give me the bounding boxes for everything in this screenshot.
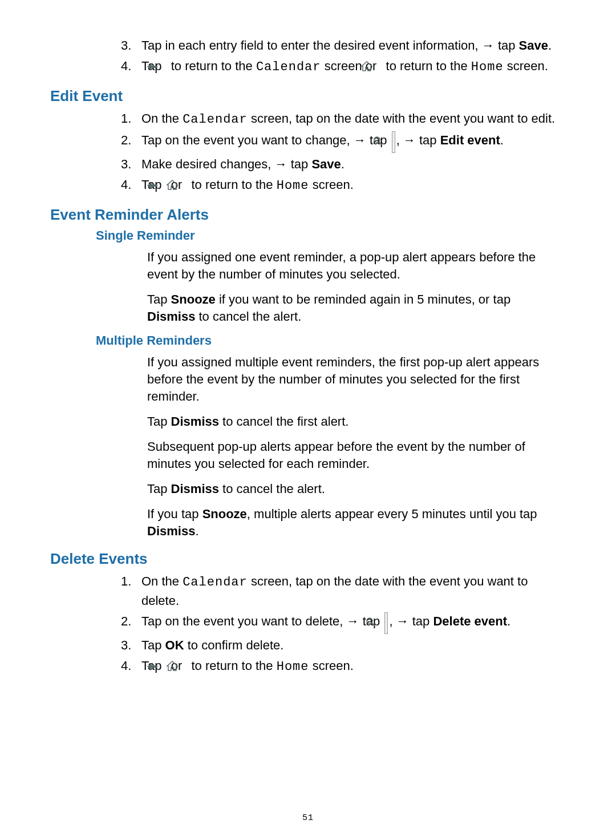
paragraph: Subsequent pop-up alerts appear before t… — [147, 438, 566, 472]
text-run: On the — [141, 574, 183, 588]
text-run: Dismiss — [147, 309, 195, 324]
text-run: if you want to be reminded again in 5 mi… — [216, 292, 510, 306]
text-run: to cancel the alert. — [195, 309, 301, 324]
text-run: to return to the — [382, 59, 471, 73]
text-run: . — [341, 157, 345, 171]
text-run: Tap — [147, 482, 171, 496]
step-item: 3.Make desired changes, → tap Save. — [141, 155, 566, 173]
text-run: . — [507, 614, 510, 628]
text-run: screen. — [309, 177, 354, 192]
paragraph: If you assigned one event reminder, a po… — [147, 249, 566, 283]
step-number: 4. — [121, 176, 141, 194]
step-item: 3.Tap in each entry field to enter the d… — [141, 37, 566, 55]
step-item: 2.Tap on the event you want to change, →… — [141, 131, 566, 153]
text-run: Save — [311, 157, 341, 171]
magnifier-icon — [392, 131, 395, 153]
content-root: 3.Tap in each entry field to enter the d… — [50, 37, 566, 677]
step-number: 4. — [121, 657, 141, 675]
text-run: Tap in each entry field to enter the des… — [141, 38, 519, 52]
text-run: Calendar — [256, 60, 321, 74]
text-run: Tap — [141, 638, 165, 652]
text-run: Save — [519, 38, 548, 52]
text-run: screen. — [504, 59, 548, 73]
text-run: . — [548, 38, 552, 52]
step-item: 2.Tap on the event you want to delete, →… — [141, 612, 566, 634]
step-number: 2. — [121, 131, 141, 150]
text-run: On the — [141, 111, 183, 126]
section-heading: Edit Event — [50, 87, 566, 105]
subsection-heading: Single Reminder — [96, 228, 566, 243]
step-number: 3. — [121, 636, 141, 655]
magnifier-icon — [384, 612, 388, 634]
text-run: OK — [165, 638, 184, 652]
step-item: 4.Tap to return to the Calendar screen o… — [141, 57, 566, 77]
section-heading: Event Reminder Alerts — [50, 206, 566, 224]
step-item: 4.Tap or to return to the Home screen. — [141, 657, 566, 677]
text-run: Tap on the event you want to delete, → t… — [141, 614, 383, 628]
text-run: to return to the — [188, 659, 276, 673]
text-run: screen. — [309, 659, 354, 673]
ordered-steps: 1.On the Calendar screen, tap on the dat… — [50, 572, 566, 677]
text-run: Dismiss — [147, 524, 195, 538]
step-number: 4. — [121, 57, 141, 75]
text-run: Home — [471, 60, 504, 74]
step-item: 1.On the Calendar screen, tap on the dat… — [141, 572, 566, 610]
text-run: . — [195, 524, 198, 538]
paragraph: Tap Dismiss to cancel the first alert. — [147, 413, 566, 430]
paragraph: If you assigned multiple event reminders… — [147, 354, 566, 405]
section-heading: Delete Events — [50, 550, 566, 568]
text-run: to confirm delete. — [184, 638, 284, 652]
text-run: . — [500, 133, 504, 147]
text-run: screen, tap on the date with the event y… — [248, 111, 555, 126]
text-run: , → tap — [389, 614, 433, 628]
text-run: Home — [277, 179, 309, 193]
step-number: 1. — [121, 572, 141, 591]
step-number: 3. — [121, 155, 141, 173]
text-run: Snooze — [202, 507, 247, 521]
paragraph: Tap Dismiss to cancel the alert. — [147, 480, 566, 498]
text-run: to cancel the alert. — [219, 482, 325, 496]
text-run: If you assigned one event reminder, a po… — [147, 250, 536, 281]
text-run: to return to the — [168, 59, 256, 73]
paragraph: Tap Snooze if you want to be reminded ag… — [147, 291, 566, 325]
svg-rect-6 — [152, 665, 157, 668]
subsection-heading: Multiple Reminders — [96, 333, 566, 348]
svg-point-1 — [374, 137, 380, 143]
step-item: 1.On the Calendar screen, tap on the dat… — [141, 110, 566, 129]
page-number: 51 — [0, 813, 616, 823]
text-run: Tap — [147, 292, 171, 306]
text-run: Delete event — [433, 614, 507, 628]
svg-rect-0 — [152, 66, 157, 68]
text-run: , → tap — [396, 133, 440, 147]
text-run: to cancel the first alert. — [219, 414, 348, 429]
text-run: If you tap — [147, 507, 202, 521]
text-run: Tap — [147, 414, 171, 429]
text-run: Make desired changes, → tap — [141, 157, 311, 171]
text-run: Edit event — [440, 133, 500, 147]
text-run: Calendar — [183, 112, 248, 127]
text-run: to return to the — [188, 177, 276, 192]
svg-line-2 — [379, 142, 382, 145]
text-run: Snooze — [171, 292, 216, 306]
text-run: Subsequent pop-up alerts appear before t… — [147, 439, 525, 471]
text-run: If you assigned multiple event reminders… — [147, 355, 539, 403]
ordered-steps: 3.Tap in each entry field to enter the d… — [50, 37, 566, 77]
text-run: Calendar — [183, 575, 248, 589]
ordered-steps: 1.On the Calendar screen, tap on the dat… — [50, 110, 566, 196]
text-run: , multiple alerts appear every 5 minutes… — [247, 507, 537, 521]
text-run: Tap on the event you want to change, → t… — [141, 133, 391, 147]
svg-point-4 — [367, 618, 372, 624]
step-number: 3. — [121, 37, 141, 55]
svg-rect-3 — [152, 184, 157, 187]
text-run: Home — [277, 660, 309, 674]
page-container: 3.Tap in each entry field to enter the d… — [0, 0, 616, 840]
step-number: 1. — [121, 110, 141, 128]
step-item: 3.Tap OK to confirm delete. — [141, 636, 566, 655]
svg-line-5 — [372, 623, 375, 626]
text-run: Dismiss — [171, 414, 219, 429]
step-number: 2. — [121, 612, 141, 631]
step-item: 4.Tap or to return to the Home screen. — [141, 176, 566, 196]
paragraph: If you tap Snooze, multiple alerts appea… — [147, 506, 566, 540]
text-run: Dismiss — [171, 482, 219, 496]
